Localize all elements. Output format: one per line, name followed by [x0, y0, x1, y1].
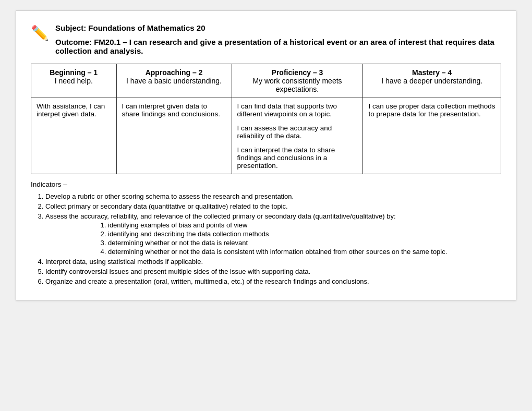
header-section: ✏️ Subject: Foundations of Mathematics 2… — [31, 23, 501, 55]
level-beginning-number: Beginning – 1 — [37, 68, 111, 77]
table-header-row: Beginning – 1 I need help. Approaching –… — [31, 64, 501, 98]
list-item: Assess the accuracy, reliability, and re… — [45, 212, 501, 256]
cell-approaching: I can interpret given data to share find… — [116, 98, 232, 174]
sub-list-item: identifying examples of bias and points … — [108, 221, 501, 229]
list-item-text: Assess the accuracy, reliability, and re… — [45, 212, 396, 220]
level-mastery-number: Mastery – 4 — [368, 68, 495, 77]
cell-beginning: With assistance, I can interpet given da… — [31, 98, 117, 174]
list-item: Develop a rubric or other scoring schema… — [45, 192, 501, 200]
level-beginning-sub: I need help. — [37, 77, 111, 85]
indicators-list: Develop a rubric or other scoring schema… — [31, 192, 501, 285]
rubric-table: Beginning – 1 I need help. Approaching –… — [31, 64, 501, 174]
level-proficiency-sub: My work consistently meets expectations. — [237, 77, 358, 93]
level-proficiency-number: Proficiency – 3 — [237, 68, 358, 77]
level-approaching-sub: I have a basic understanding. — [122, 77, 226, 85]
col-header-approaching: Approaching – 2 I have a basic understan… — [116, 64, 232, 98]
cell-proficiency-text-2: I can assess the accuracy and reliabilit… — [237, 124, 358, 140]
level-approaching-number: Approaching – 2 — [122, 68, 226, 77]
cell-mastery: I can use proper data collection methods… — [363, 98, 501, 174]
list-item: Collect primary or secondary data (quant… — [45, 202, 501, 210]
subject-line: Subject: Foundations of Mathematics 20 — [55, 23, 501, 32]
table-body-row: With assistance, I can interpet given da… — [31, 98, 501, 174]
cell-proficiency-text-3: I can interpret the data to share findin… — [237, 146, 358, 170]
list-item: Interpret data, using statistical method… — [45, 258, 501, 265]
page-container: ✏️ Subject: Foundations of Mathematics 2… — [16, 10, 516, 300]
cell-proficiency: I can find data that supports two differ… — [232, 98, 363, 174]
indicators-title: Indicators – — [31, 180, 501, 188]
cell-proficiency-text-1: I can find data that supports two differ… — [237, 102, 358, 118]
cell-mastery-text: I can use proper data collection methods… — [368, 102, 495, 118]
list-item: Organize and create a presentation (oral… — [45, 277, 501, 285]
sub-list: identifying examples of bias and points … — [45, 221, 501, 256]
outcome-line: Outcome: FM20.1 – I can research and giv… — [55, 38, 501, 55]
sub-list-item: identifying and describing the data coll… — [108, 230, 501, 238]
list-item: Identify controversial issues and presen… — [45, 268, 501, 275]
header-text: Subject: Foundations of Mathematics 20 O… — [55, 23, 501, 55]
level-mastery-sub: I have a deeper understanding. — [368, 77, 495, 85]
sub-list-item: determining whether or not the data is r… — [108, 239, 501, 247]
sub-list-item: determining whether or not the data is c… — [108, 248, 501, 256]
col-header-beginning: Beginning – 1 I need help. — [31, 64, 117, 98]
cell-beginning-text: With assistance, I can interpet given da… — [37, 102, 111, 118]
pencil-icon: ✏️ — [31, 25, 49, 42]
col-header-proficiency: Proficiency – 3 My work consistently mee… — [232, 64, 363, 98]
cell-approaching-text: I can interpret given data to share find… — [122, 102, 226, 118]
col-header-mastery: Mastery – 4 I have a deeper understandin… — [363, 64, 501, 98]
